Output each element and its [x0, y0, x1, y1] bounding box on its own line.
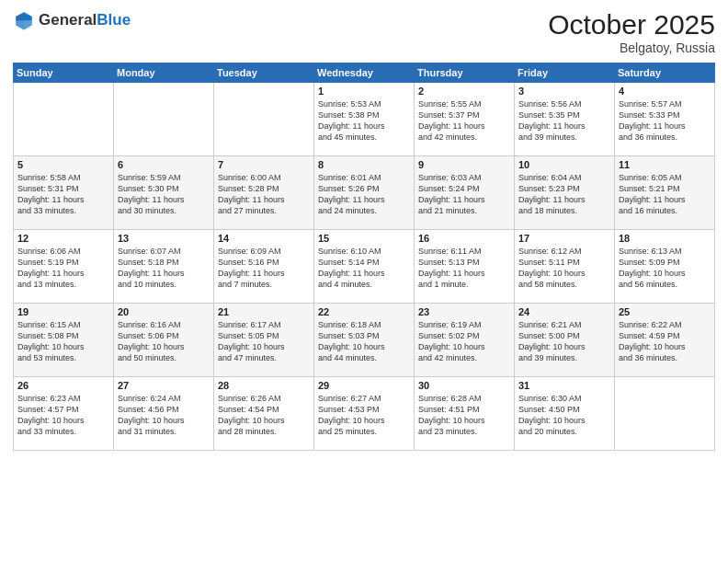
calendar-cell: 7Sunrise: 6:00 AM Sunset: 5:28 PM Daylig…	[214, 156, 314, 230]
col-monday: Monday	[114, 63, 214, 83]
col-tuesday: Tuesday	[214, 63, 314, 83]
day-number: 30	[418, 380, 510, 391]
day-info: Sunrise: 6:11 AM Sunset: 5:13 PM Dayligh…	[418, 246, 510, 291]
logo: GeneralBlue	[13, 9, 131, 31]
day-number: 25	[619, 306, 711, 317]
day-info: Sunrise: 5:58 AM Sunset: 5:31 PM Dayligh…	[17, 172, 109, 217]
day-info: Sunrise: 6:24 AM Sunset: 4:56 PM Dayligh…	[118, 393, 210, 438]
day-info: Sunrise: 6:04 AM Sunset: 5:23 PM Dayligh…	[518, 172, 610, 217]
calendar-cell: 24Sunrise: 6:21 AM Sunset: 5:00 PM Dayli…	[515, 304, 615, 377]
day-info: Sunrise: 6:12 AM Sunset: 5:11 PM Dayligh…	[518, 246, 610, 291]
day-info: Sunrise: 5:55 AM Sunset: 5:37 PM Dayligh…	[418, 98, 510, 144]
day-number: 17	[518, 233, 610, 244]
day-number: 2	[418, 86, 510, 97]
day-number: 4	[619, 86, 711, 97]
day-number: 23	[418, 306, 510, 317]
day-number: 11	[619, 159, 711, 170]
location-title: Belgatoy, Russia	[548, 40, 715, 55]
day-info: Sunrise: 6:23 AM Sunset: 4:57 PM Dayligh…	[17, 393, 109, 438]
calendar-cell: 12Sunrise: 6:06 AM Sunset: 5:19 PM Dayli…	[14, 230, 114, 304]
calendar-week-3: 12Sunrise: 6:06 AM Sunset: 5:19 PM Dayli…	[14, 230, 715, 304]
day-info: Sunrise: 6:13 AM Sunset: 5:09 PM Dayligh…	[619, 246, 711, 291]
svg-marker-4	[16, 21, 24, 30]
day-number: 3	[518, 86, 610, 97]
calendar-cell: 29Sunrise: 6:27 AM Sunset: 4:53 PM Dayli…	[314, 377, 415, 451]
day-number: 22	[318, 306, 410, 317]
day-number: 19	[17, 306, 109, 317]
day-number: 7	[218, 159, 310, 170]
day-info: Sunrise: 5:53 AM Sunset: 5:38 PM Dayligh…	[318, 98, 410, 144]
svg-marker-2	[16, 12, 24, 21]
calendar-cell: 23Sunrise: 6:19 AM Sunset: 5:02 PM Dayli…	[415, 304, 515, 377]
day-info: Sunrise: 6:16 AM Sunset: 5:06 PM Dayligh…	[118, 319, 210, 364]
calendar-cell: 20Sunrise: 6:16 AM Sunset: 5:06 PM Dayli…	[114, 304, 214, 377]
day-info: Sunrise: 6:01 AM Sunset: 5:26 PM Dayligh…	[318, 172, 410, 217]
day-info: Sunrise: 6:30 AM Sunset: 4:50 PM Dayligh…	[518, 393, 610, 438]
calendar-cell: 31Sunrise: 6:30 AM Sunset: 4:50 PM Dayli…	[515, 377, 615, 451]
calendar-cell	[615, 377, 715, 451]
day-info: Sunrise: 6:09 AM Sunset: 5:16 PM Dayligh…	[218, 246, 310, 291]
day-number: 27	[118, 380, 210, 391]
day-number: 13	[118, 233, 210, 244]
col-sunday: Sunday	[14, 63, 114, 83]
calendar-cell: 5Sunrise: 5:58 AM Sunset: 5:31 PM Daylig…	[14, 156, 114, 230]
calendar-week-2: 5Sunrise: 5:58 AM Sunset: 5:31 PM Daylig…	[14, 156, 715, 230]
day-info: Sunrise: 6:06 AM Sunset: 5:19 PM Dayligh…	[17, 246, 109, 291]
day-number: 5	[17, 159, 109, 170]
calendar-cell: 13Sunrise: 6:07 AM Sunset: 5:18 PM Dayli…	[114, 230, 214, 304]
day-number: 21	[218, 306, 310, 317]
day-number: 9	[418, 159, 510, 170]
day-number: 16	[418, 233, 510, 244]
day-number: 6	[118, 159, 210, 170]
calendar-cell	[214, 83, 314, 156]
day-number: 28	[218, 380, 310, 391]
header-row: Sunday Monday Tuesday Wednesday Thursday…	[14, 63, 715, 83]
calendar-cell: 26Sunrise: 6:23 AM Sunset: 4:57 PM Dayli…	[14, 377, 114, 451]
calendar-week-1: 1Sunrise: 5:53 AM Sunset: 5:38 PM Daylig…	[14, 83, 715, 156]
day-info: Sunrise: 6:15 AM Sunset: 5:08 PM Dayligh…	[17, 319, 109, 364]
day-info: Sunrise: 6:00 AM Sunset: 5:28 PM Dayligh…	[218, 172, 310, 217]
day-number: 29	[318, 380, 410, 391]
day-number: 10	[518, 159, 610, 170]
col-friday: Friday	[515, 63, 615, 83]
day-info: Sunrise: 6:19 AM Sunset: 5:02 PM Dayligh…	[418, 319, 510, 364]
logo-general: General	[39, 11, 97, 29]
col-saturday: Saturday	[615, 63, 715, 83]
calendar-cell: 18Sunrise: 6:13 AM Sunset: 5:09 PM Dayli…	[615, 230, 715, 304]
day-info: Sunrise: 6:10 AM Sunset: 5:14 PM Dayligh…	[318, 246, 410, 291]
page-container: GeneralBlue October 2025 Belgatoy, Russi…	[0, 0, 728, 456]
calendar-cell: 27Sunrise: 6:24 AM Sunset: 4:56 PM Dayli…	[114, 377, 214, 451]
day-info: Sunrise: 5:56 AM Sunset: 5:35 PM Dayligh…	[518, 98, 610, 144]
calendar-cell	[14, 83, 114, 156]
day-info: Sunrise: 6:27 AM Sunset: 4:53 PM Dayligh…	[318, 393, 410, 438]
logo-blue: Blue	[97, 11, 131, 29]
svg-marker-3	[24, 21, 32, 30]
day-number: 12	[17, 233, 109, 244]
day-info: Sunrise: 6:05 AM Sunset: 5:21 PM Dayligh…	[619, 172, 711, 217]
day-number: 18	[619, 233, 711, 244]
calendar-table: Sunday Monday Tuesday Wednesday Thursday…	[13, 63, 715, 451]
day-number: 26	[17, 380, 109, 391]
calendar-cell: 19Sunrise: 6:15 AM Sunset: 5:08 PM Dayli…	[14, 304, 114, 377]
header: GeneralBlue October 2025 Belgatoy, Russi…	[13, 9, 715, 55]
calendar-cell: 22Sunrise: 6:18 AM Sunset: 5:03 PM Dayli…	[314, 304, 415, 377]
day-number: 15	[318, 233, 410, 244]
calendar-cell: 15Sunrise: 6:10 AM Sunset: 5:14 PM Dayli…	[314, 230, 415, 304]
calendar-cell: 10Sunrise: 6:04 AM Sunset: 5:23 PM Dayli…	[515, 156, 615, 230]
title-block: October 2025 Belgatoy, Russia	[548, 9, 715, 55]
calendar-cell: 2Sunrise: 5:55 AM Sunset: 5:37 PM Daylig…	[415, 83, 515, 156]
day-info: Sunrise: 6:22 AM Sunset: 4:59 PM Dayligh…	[619, 319, 711, 364]
day-info: Sunrise: 6:03 AM Sunset: 5:24 PM Dayligh…	[418, 172, 510, 217]
day-number: 1	[318, 86, 410, 97]
col-thursday: Thursday	[415, 63, 515, 83]
day-info: Sunrise: 6:07 AM Sunset: 5:18 PM Dayligh…	[118, 246, 210, 291]
calendar-cell: 3Sunrise: 5:56 AM Sunset: 5:35 PM Daylig…	[515, 83, 615, 156]
logo-icon	[13, 9, 35, 31]
calendar-cell: 14Sunrise: 6:09 AM Sunset: 5:16 PM Dayli…	[214, 230, 314, 304]
day-number: 31	[518, 380, 610, 391]
calendar-cell: 21Sunrise: 6:17 AM Sunset: 5:05 PM Dayli…	[214, 304, 314, 377]
calendar-cell: 25Sunrise: 6:22 AM Sunset: 4:59 PM Dayli…	[615, 304, 715, 377]
month-title: October 2025	[548, 9, 715, 40]
day-number: 24	[518, 306, 610, 317]
day-info: Sunrise: 6:18 AM Sunset: 5:03 PM Dayligh…	[318, 319, 410, 364]
